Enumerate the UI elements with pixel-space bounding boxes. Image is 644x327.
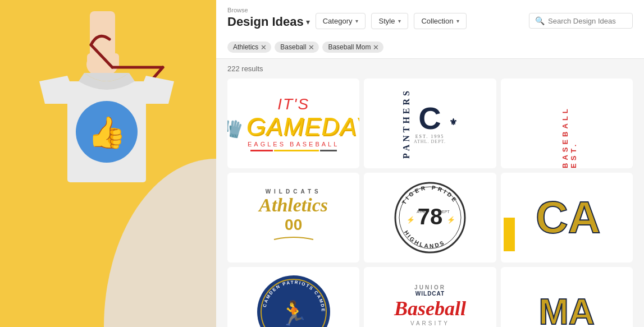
design-item-panthers[interactable]: PANTHERS C EST. 1995 ATHL. DEPT. ⚜	[364, 79, 496, 168]
design-item-wildcat-baseball[interactable]: JUNIOR WILDCAT Baseball VARSITY	[364, 267, 496, 327]
title-chevron-icon[interactable]: ▾	[306, 17, 310, 26]
svg-text:🏃: 🏃	[279, 300, 309, 327]
browse-label: Browse	[227, 7, 310, 13]
patriots-design: CAMDEN PATRIOTS CAMDEN PATRI 🏃	[257, 275, 330, 327]
wildcat-baseball-design: JUNIOR WILDCAT Baseball VARSITY	[389, 279, 472, 328]
svg-text:TIGER PRIDE: TIGER PRIDE	[401, 185, 459, 205]
tag-baseball-label: Baseball	[280, 43, 306, 51]
panthers-design: PANTHERS C EST. 1995 ATHL. DEPT. ⚜	[396, 82, 464, 164]
athletics-design: WILDCATS Athletics 00	[253, 183, 334, 253]
collection-dropdown[interactable]: Collection ▾	[414, 13, 467, 29]
design-item-ca-partial[interactable]: CA	[501, 173, 633, 262]
tshirt-container: 👍	[0, 11, 216, 327]
search-input[interactable]	[548, 17, 627, 25]
collection-label: Collection	[421, 17, 453, 25]
tag-athletics-remove[interactable]: ✕	[261, 44, 267, 51]
svg-text:⚡: ⚡	[407, 215, 415, 224]
svg-text:78: 78	[418, 204, 443, 229]
tiger-design: TIGER PRIDE HIGHLANDS 78 ATHL DEPT	[385, 173, 475, 262]
tiger-circle-svg: TIGER PRIDE HIGHLANDS 78 ATHL DEPT	[391, 178, 469, 257]
tshirt-scene: 👍	[0, 11, 216, 327]
design-grid: IT'S 🧤 GAMEDAY EAGLES BASEBALL	[227, 79, 633, 327]
category-label: Category	[323, 17, 353, 25]
tag-baseball-mom-remove[interactable]: ✕	[373, 44, 379, 51]
collection-chevron-icon: ▾	[456, 18, 459, 24]
style-dropdown[interactable]: Style ▾	[371, 13, 408, 29]
tag-baseball[interactable]: Baseball ✕	[275, 42, 319, 53]
svg-rect-2	[87, 53, 95, 70]
results-area: 222 results IT'S 🧤 GAMEDAY EAGLES BASEBA…	[216, 59, 644, 327]
tag-baseball-mom[interactable]: Baseball Mom ✕	[322, 42, 383, 53]
page-title: Design Ideas	[227, 15, 304, 29]
design-item-ma-partial[interactable]: MA	[501, 267, 633, 327]
design-item-athletics[interactable]: WILDCATS Athletics 00	[227, 173, 359, 262]
tags-row: Athletics ✕ Baseball ✕ Baseball Mom ✕	[227, 37, 633, 58]
svg-text:👍: 👍	[88, 114, 126, 151]
svg-text:⚡: ⚡	[447, 215, 455, 224]
patriots-svg: CAMDEN PATRIOTS CAMDEN PATRI 🏃	[257, 275, 330, 327]
style-label: Style	[378, 17, 395, 25]
svg-text:ATHL: ATHL	[417, 210, 426, 214]
left-panel: 👍	[0, 0, 216, 327]
athletics-decoration	[271, 234, 316, 245]
design-item-gameday[interactable]: IT'S 🧤 GAMEDAY EAGLES BASEBALL	[227, 79, 359, 168]
search-box[interactable]: 🔍	[529, 13, 633, 29]
tag-baseball-mom-label: Baseball Mom	[328, 43, 371, 51]
category-dropdown[interactable]: Category ▾	[316, 13, 366, 29]
results-count: 222 results	[227, 65, 633, 73]
right-panel: Browse Design Ideas ▾ Category ▾ Style ▾…	[216, 0, 644, 327]
design-item-patriots[interactable]: CAMDEN PATRIOTS CAMDEN PATRI 🏃	[227, 267, 359, 327]
search-icon: 🔍	[535, 16, 545, 25]
gameday-design: IT'S 🧤 GAMEDAY EAGLES BASEBALL	[227, 90, 359, 157]
tag-athletics-label: Athletics	[233, 43, 258, 51]
design-item-baseball-side[interactable]: BASEBALL EST.	[501, 79, 633, 168]
svg-text:DEPT: DEPT	[439, 210, 450, 214]
ma-text: MA	[539, 291, 595, 327]
tag-baseball-remove[interactable]: ✕	[308, 44, 314, 51]
design-item-tiger[interactable]: TIGER PRIDE HIGHLANDS 78 ATHL DEPT	[364, 173, 496, 262]
header: Browse Design Ideas ▾ Category ▾ Style ▾…	[216, 0, 644, 59]
category-chevron-icon: ▾	[355, 18, 358, 24]
style-chevron-icon: ▾	[398, 18, 401, 24]
tag-athletics[interactable]: Athletics ✕	[227, 42, 271, 53]
